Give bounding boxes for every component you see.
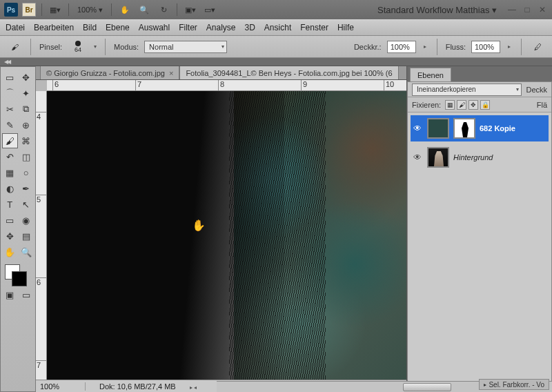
eraser-tool[interactable]: ◫ bbox=[19, 149, 34, 164]
menu-bar: Datei Bearbeiten Bild Ebene Auswahl Filt… bbox=[0, 19, 552, 36]
visibility-icon[interactable]: 👁 bbox=[412, 152, 423, 163]
pen-tool[interactable]: ✒ bbox=[19, 181, 34, 196]
flow-flyout[interactable]: ▸ bbox=[506, 41, 513, 52]
mode-label: Modus: bbox=[114, 43, 139, 51]
minimize-button[interactable]: — bbox=[506, 5, 518, 14]
color-swatches[interactable] bbox=[2, 263, 34, 286]
zoom-tool-box[interactable]: 🔍 bbox=[19, 244, 34, 259]
layer-name[interactable]: Hintergrund bbox=[453, 153, 493, 161]
layer-thumb[interactable] bbox=[427, 118, 449, 139]
lock-transparency-icon[interactable]: ▦ bbox=[445, 100, 455, 110]
menu-bild[interactable]: Bild bbox=[83, 23, 97, 32]
path-tool[interactable]: ↖ bbox=[19, 197, 34, 212]
lasso-tool[interactable]: ⌒ bbox=[2, 86, 18, 101]
flow-input[interactable]: 100% bbox=[471, 41, 500, 53]
status-doc-info[interactable]: Dok: 10,6 MB/27,4 MB bbox=[86, 382, 176, 391]
lock-position-icon[interactable]: ✥ bbox=[469, 100, 478, 110]
marquee-tool[interactable]: ▭ bbox=[2, 70, 18, 85]
menu-fenster[interactable]: Fenster bbox=[300, 23, 328, 32]
lock-all-icon[interactable]: 🔒 bbox=[480, 100, 490, 110]
menu-ebene[interactable]: Ebene bbox=[106, 23, 130, 32]
menu-datei[interactable]: Datei bbox=[6, 23, 25, 32]
toolbox: ▭✥ ⌒✦ ✂⧉ ✎⊕ 🖌⌘ ↶◫ ▦○ ◐✒ T↖ ▭◉ ✥▤ ✋🔍 ▣▭ bbox=[0, 66, 36, 392]
layer-thumb[interactable] bbox=[427, 147, 449, 168]
menu-ansicht[interactable]: Ansicht bbox=[264, 23, 291, 32]
rotate-view-icon[interactable]: ↻ bbox=[156, 3, 171, 17]
close-icon[interactable]: × bbox=[169, 69, 173, 77]
layer-row[interactable]: 👁 Hintergrund bbox=[411, 144, 549, 170]
document-tabs: © Giorgio Gruizza - Fotolia.com.jpg× Fot… bbox=[36, 66, 406, 80]
gradient-tool[interactable]: ▦ bbox=[2, 165, 18, 180]
layer-name[interactable]: 682 Kopie bbox=[480, 124, 515, 133]
healing-tool[interactable]: ⊕ bbox=[19, 117, 34, 133]
title-bar: Ps Br ▦▾ 100% ▾ ✋ 🔍 ↻ ▣▾ ▭▾ Standard Wor… bbox=[0, 0, 552, 19]
options-bar: 🖌 Pinsel: 64 ▾ Modus: Normal Deckkr.: 10… bbox=[0, 36, 552, 58]
brush-preset-picker[interactable]: 64 bbox=[68, 38, 88, 56]
history-brush-tool[interactable]: ↶ bbox=[2, 149, 18, 164]
status-zoom[interactable]: 100% bbox=[36, 382, 86, 391]
menu-auswahl[interactable]: Auswahl bbox=[139, 23, 170, 32]
zoom-dropdown[interactable]: 100% ▾ bbox=[75, 4, 106, 16]
doc-tab-2[interactable]: Fotolia_3094481_L© Ben Heys - Fotolia.co… bbox=[179, 66, 398, 79]
scroll-thumb[interactable] bbox=[403, 383, 451, 391]
canvas[interactable]: ✋ bbox=[47, 91, 406, 380]
launch-icon[interactable]: ▦▾ bbox=[48, 3, 63, 17]
vertical-ruler: 4 5 6 7 bbox=[36, 91, 47, 380]
layer-blend-dropdown[interactable]: Ineinanderkopieren bbox=[412, 84, 522, 96]
current-tool-icon[interactable]: 🖌 bbox=[7, 40, 22, 54]
wand-tool[interactable]: ✦ bbox=[19, 86, 34, 101]
screen-mode-icon[interactable]: ▭▾ bbox=[202, 3, 217, 17]
maximize-button[interactable]: □ bbox=[522, 5, 533, 14]
brush-tool[interactable]: 🖌 bbox=[2, 133, 18, 148]
close-button[interactable]: ✕ bbox=[537, 5, 548, 14]
layers-panel: Ebenen Ineinanderkopieren Deckk Fixieren… bbox=[406, 66, 552, 392]
doc-tab-1[interactable]: © Giorgio Gruizza - Fotolia.com.jpg× bbox=[40, 66, 179, 79]
eyedropper-tool[interactable]: ✎ bbox=[2, 117, 18, 133]
bridge-icon[interactable]: Br bbox=[22, 3, 36, 17]
flow-label: Fluss: bbox=[446, 43, 466, 51]
airbrush-icon[interactable]: 🖊 bbox=[530, 40, 545, 54]
brush-label: Pinsel: bbox=[39, 43, 62, 51]
visibility-icon[interactable]: 👁 bbox=[412, 123, 423, 134]
note-tool[interactable]: ▤ bbox=[19, 228, 34, 244]
workspace-switcher[interactable]: Standard Workflow Matthias ▾ bbox=[372, 5, 502, 15]
fill-label: Flä bbox=[537, 101, 547, 109]
move-tool[interactable]: ✥ bbox=[19, 70, 34, 85]
stamp-tool[interactable]: ⌘ bbox=[19, 133, 34, 148]
menu-3d[interactable]: 3D bbox=[245, 23, 255, 32]
menu-bearbeiten[interactable]: Bearbeiten bbox=[34, 23, 74, 32]
lock-label: Fixieren: bbox=[412, 101, 441, 109]
dodge-tool[interactable]: ◐ bbox=[2, 181, 18, 196]
3d-tool[interactable]: ◉ bbox=[19, 213, 34, 228]
opacity-input[interactable]: 100% bbox=[387, 41, 416, 53]
menu-analyse[interactable]: Analyse bbox=[206, 23, 236, 32]
screenmode-icon[interactable]: ▭ bbox=[19, 287, 34, 302]
ps-logo-icon: Ps bbox=[4, 3, 18, 17]
menu-filter[interactable]: Filter bbox=[179, 23, 197, 32]
layer-row[interactable]: 👁 682 Kopie bbox=[411, 115, 549, 141]
panel-collapse-strip[interactable]: ◀◀ bbox=[0, 58, 552, 66]
adjustment-tab[interactable]: Sel. Farbkorr. - Vo bbox=[479, 379, 549, 390]
shape-tool[interactable]: ▭ bbox=[2, 213, 18, 228]
3d-camera-tool[interactable]: ✥ bbox=[2, 228, 18, 244]
blur-tool[interactable]: ○ bbox=[19, 165, 34, 180]
hand-tool[interactable]: ✋ bbox=[2, 244, 18, 259]
slice-tool[interactable]: ⧉ bbox=[19, 101, 34, 117]
arrange-icon[interactable]: ▣▾ bbox=[183, 3, 198, 17]
background-color[interactable] bbox=[12, 271, 27, 286]
crop-tool[interactable]: ✂ bbox=[2, 101, 18, 117]
horizontal-ruler: 6 7 8 9 10 bbox=[47, 80, 406, 91]
layers-list: 👁 682 Kopie 👁 Hintergrund bbox=[408, 112, 551, 391]
hand-cursor-icon: ✋ bbox=[192, 219, 206, 232]
quickmask-icon[interactable]: ▣ bbox=[2, 287, 18, 302]
tab-ebenen[interactable]: Ebenen bbox=[410, 68, 451, 81]
mask-thumb[interactable] bbox=[453, 118, 475, 139]
menu-hilfe[interactable]: Hilfe bbox=[337, 23, 354, 32]
blend-mode-dropdown[interactable]: Normal bbox=[144, 41, 227, 53]
opacity-flyout[interactable]: ▸ bbox=[422, 41, 428, 52]
type-tool[interactable]: T bbox=[2, 197, 18, 212]
layer-opacity-label: Deckk bbox=[526, 86, 547, 94]
zoom-tool-icon[interactable]: 🔍 bbox=[137, 3, 152, 17]
hand-tool-icon[interactable]: ✋ bbox=[117, 3, 132, 17]
lock-pixels-icon[interactable]: 🖌 bbox=[457, 100, 466, 110]
